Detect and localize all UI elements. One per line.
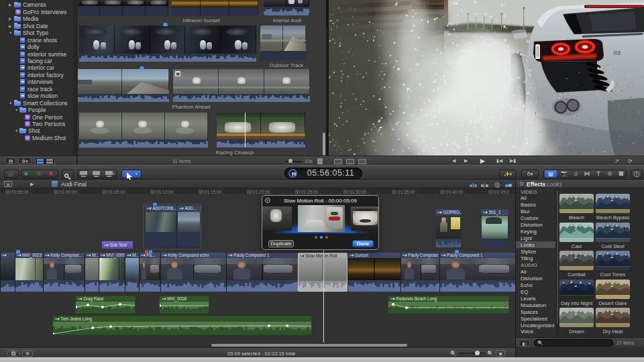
svg-text:R8: R8 <box>613 50 621 56</box>
